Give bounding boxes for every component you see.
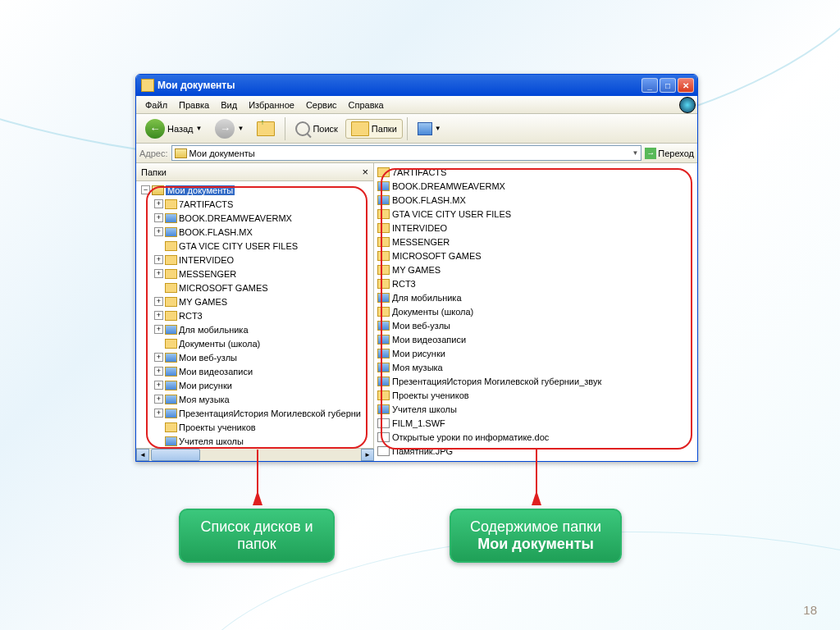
close-button[interactable]: ✕ (678, 78, 694, 93)
dropdown-icon[interactable]: ▼ (632, 149, 638, 157)
dropdown-icon: ▼ (196, 125, 203, 132)
throbber-icon (679, 97, 696, 113)
address-label: Адрес: (139, 148, 168, 158)
forward-button[interactable]: → ▼ (209, 116, 249, 141)
forward-arrow-icon: → (215, 119, 235, 139)
menu-tools[interactable]: Сервис (300, 98, 343, 112)
annotation-arrow-icon (253, 491, 262, 505)
addressbar: Адрес: Мои документы ▼ → Переход (136, 144, 697, 163)
toolbar: ← Назад ▼ → ▼ ↑ Поиск Папки ▼ (136, 114, 697, 144)
menu-view[interactable]: Вид (215, 98, 243, 112)
folder-icon (351, 121, 369, 136)
dropdown-icon: ▼ (435, 125, 441, 132)
app-icon (141, 79, 154, 92)
annotation-border-left (146, 186, 368, 449)
menu-help[interactable]: Справка (343, 98, 390, 112)
callout-text: Список дисков и (195, 518, 318, 536)
callout-left: Список дисков и папок (179, 509, 335, 563)
annotation-arrow-line (257, 450, 258, 495)
callout-right: Содержимое папки Мои документы (450, 509, 622, 563)
callout-text: Мои документы (466, 536, 605, 553)
scroll-right-button[interactable]: ► (361, 449, 374, 461)
separator (285, 117, 285, 140)
search-icon (295, 121, 310, 136)
up-button[interactable]: ↑ (251, 119, 281, 139)
callout-text: Содержимое папки (466, 518, 605, 536)
go-arrow-icon: → (645, 148, 656, 159)
folders-button[interactable]: Папки (345, 119, 403, 139)
search-button[interactable]: Поиск (290, 119, 343, 139)
views-button[interactable]: ▼ (412, 120, 447, 138)
views-icon (418, 122, 432, 135)
scroll-thumb[interactable] (151, 449, 200, 461)
minimize-button[interactable]: _ (641, 78, 658, 93)
callout-text: папок (195, 536, 318, 553)
horizontal-scrollbar[interactable]: ◄ ► (136, 448, 374, 461)
titlebar[interactable]: Мои документы _ □ ✕ (136, 75, 697, 96)
menu-favorites[interactable]: Избранное (243, 98, 300, 112)
dropdown-icon: ▼ (237, 125, 244, 132)
annotation-arrow-line (536, 450, 537, 495)
back-label: Назад (167, 124, 194, 134)
maximize-button[interactable]: □ (660, 78, 676, 93)
back-button[interactable]: ← Назад ▼ (139, 116, 208, 141)
folders-label: Папки (372, 124, 397, 134)
up-folder-icon: ↑ (257, 121, 275, 136)
menu-edit[interactable]: Правка (173, 98, 215, 112)
back-arrow-icon: ← (145, 119, 165, 139)
menubar: Файл Правка Вид Избранное Сервис Справка (136, 96, 697, 114)
pane-header: Папки × (136, 163, 373, 181)
separator (407, 117, 408, 140)
go-button[interactable]: → Переход (645, 148, 694, 159)
annotation-border-right (381, 168, 692, 450)
window-title: Мои документы (158, 80, 235, 91)
go-label: Переход (658, 148, 694, 158)
pane-title: Папки (141, 167, 167, 177)
mydocs-icon (175, 148, 187, 158)
search-label: Поиск (313, 124, 337, 134)
menu-file[interactable]: Файл (139, 98, 173, 112)
annotation-arrow-icon (532, 491, 541, 505)
address-value: Мои документы (189, 148, 255, 158)
page-number: 18 (803, 603, 817, 617)
scroll-left-button[interactable]: ◄ (136, 449, 149, 461)
pane-close-button[interactable]: × (362, 166, 368, 178)
address-input[interactable]: Мои документы ▼ (171, 145, 642, 161)
